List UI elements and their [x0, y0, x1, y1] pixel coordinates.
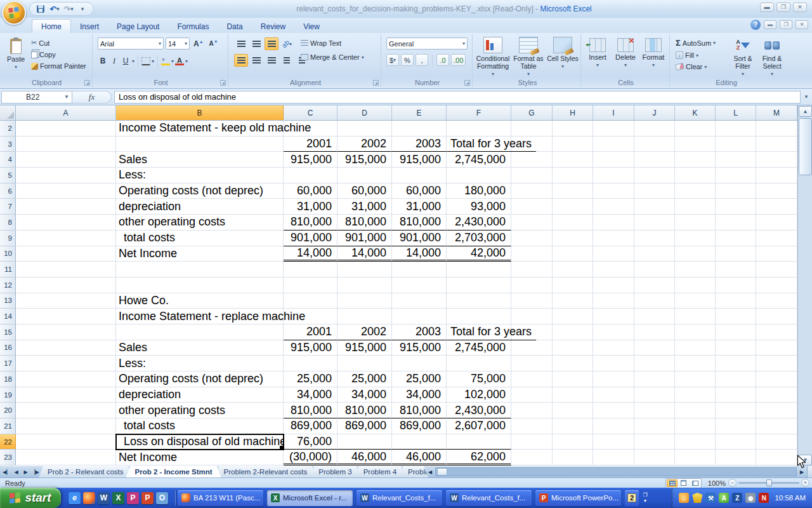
- cell-styles-button[interactable]: Cell Styles▾: [546, 37, 580, 69]
- cell-L6[interactable]: [716, 184, 756, 199]
- format-painter-button[interactable]: Format Painter: [29, 62, 88, 70]
- cell-L12[interactable]: [716, 277, 756, 293]
- cell-F7[interactable]: 93,000: [447, 199, 511, 215]
- cell-C22[interactable]: 76,000: [284, 434, 337, 450]
- cell-H2[interactable]: [553, 121, 593, 137]
- cell-D16[interactable]: 915,000: [337, 340, 392, 356]
- cell-J14[interactable]: [634, 309, 675, 324]
- cell-A19[interactable]: [16, 387, 116, 403]
- cell-H20[interactable]: [553, 403, 593, 418]
- cell-J23[interactable]: [634, 450, 675, 465]
- cell-F10[interactable]: 42,000: [447, 246, 511, 262]
- cell-J19[interactable]: [634, 387, 675, 403]
- cell-B14[interactable]: Income Statement - replace machine: [116, 309, 284, 324]
- cell-D9[interactable]: 901,000: [337, 231, 392, 246]
- cell-F8[interactable]: 2,430,000: [447, 215, 511, 231]
- cell-D18[interactable]: 25,000: [337, 371, 392, 387]
- cell-D3[interactable]: 2002: [337, 137, 392, 152]
- cell-J4[interactable]: [634, 152, 675, 168]
- cell-G18[interactable]: [511, 371, 553, 387]
- cell-B2[interactable]: Income Statement - keep old machine: [116, 121, 284, 137]
- fill-color-dropdown[interactable]: ▾: [171, 58, 174, 64]
- cell-I13[interactable]: [593, 293, 634, 309]
- cell-A15[interactable]: [16, 324, 116, 340]
- row-header-13[interactable]: 13: [0, 293, 16, 309]
- grow-font-button[interactable]: A▲: [192, 39, 206, 48]
- cell-H4[interactable]: [553, 152, 593, 168]
- sheet-tab-prob-2-relevant-costs[interactable]: Prob 2 - Relevant costs: [39, 466, 133, 478]
- bold-button[interactable]: B: [98, 57, 108, 65]
- cell-I8[interactable]: [593, 215, 634, 231]
- cell-K11[interactable]: [675, 262, 716, 277]
- cell-G11[interactable]: [511, 262, 553, 277]
- previous-sheet-button[interactable]: ◀: [12, 469, 20, 475]
- ribbon-tab-review[interactable]: Review: [252, 20, 294, 33]
- cell-I21[interactable]: [593, 418, 634, 434]
- sheet-tab-problem-4[interactable]: Problem 4: [355, 466, 405, 478]
- cell-I5[interactable]: [593, 168, 634, 184]
- cell-D23[interactable]: 46,000: [337, 450, 392, 465]
- cell-I9[interactable]: [593, 231, 634, 246]
- cell-H10[interactable]: [553, 246, 593, 262]
- cell-M3[interactable]: [756, 137, 797, 152]
- insert-function-button[interactable]: fx: [72, 91, 112, 104]
- col-header-J[interactable]: J: [634, 105, 675, 120]
- cell-C19[interactable]: 34,000: [284, 387, 337, 403]
- orientation-button[interactable]: ab▾: [280, 37, 294, 50]
- cell-D10[interactable]: 14,000: [337, 246, 392, 262]
- cell-J3[interactable]: [634, 137, 675, 152]
- sheet-tab-problem-2-relevant-costs[interactable]: Problem 2-Relevant costs: [215, 466, 317, 478]
- redo-button[interactable]: ↷▾: [63, 4, 74, 14]
- cell-A6[interactable]: [16, 184, 116, 199]
- cell-I20[interactable]: [593, 403, 634, 418]
- cell-A5[interactable]: [16, 168, 116, 184]
- cell-I3[interactable]: [593, 137, 634, 152]
- cell-F12[interactable]: [447, 277, 511, 293]
- align-center-button[interactable]: [249, 54, 263, 67]
- cell-E12[interactable]: [392, 277, 447, 293]
- cell-L5[interactable]: [716, 168, 756, 184]
- taskbar-window-4[interactable]: WRelevant_Costs_f...: [446, 490, 532, 506]
- cell-C16[interactable]: 915,000: [284, 340, 337, 356]
- grouped-windows-button[interactable]: 2: [625, 490, 639, 506]
- cell-L21[interactable]: [716, 418, 756, 434]
- start-button[interactable]: start: [0, 488, 61, 508]
- cell-J12[interactable]: [634, 277, 675, 293]
- workbook-close-button[interactable]: ✕: [796, 20, 808, 29]
- cell-G14[interactable]: [511, 309, 553, 324]
- cell-K14[interactable]: [675, 309, 716, 324]
- cell-B10[interactable]: Net Income: [116, 246, 284, 262]
- cell-F5[interactable]: [447, 168, 511, 184]
- underline-button[interactable]: U: [121, 57, 131, 65]
- ribbon-tab-view[interactable]: View: [294, 20, 329, 33]
- cell-K13[interactable]: [675, 293, 716, 309]
- outlook-icon[interactable]: O: [156, 492, 168, 504]
- sort-filter-button[interactable]: AZ Sort & Filter▾: [730, 37, 756, 77]
- cell-G6[interactable]: [511, 184, 553, 199]
- row-header-5[interactable]: 5: [0, 168, 16, 184]
- cell-E22[interactable]: [392, 434, 447, 450]
- cell-L19[interactable]: [716, 387, 756, 403]
- font-color-icon[interactable]: A: [175, 57, 184, 65]
- cell-E4[interactable]: 915,000: [392, 152, 447, 168]
- cell-M8[interactable]: [756, 215, 797, 231]
- show-hidden-icons-button[interactable]: ❐▾: [640, 490, 650, 506]
- next-sheet-button[interactable]: ▶: [22, 469, 30, 475]
- excel-icon[interactable]: X: [112, 492, 124, 504]
- cell-M14[interactable]: [756, 309, 797, 324]
- cell-L9[interactable]: [716, 231, 756, 246]
- cell-A18[interactable]: [16, 371, 116, 387]
- undo-button[interactable]: ↶▾: [49, 4, 60, 14]
- cell-L11[interactable]: [716, 262, 756, 277]
- borders-dropdown[interactable]: ▾: [152, 58, 154, 64]
- cell-D8[interactable]: 810,000: [337, 215, 392, 231]
- cell-K2[interactable]: [675, 121, 716, 137]
- row-header-23[interactable]: 23: [0, 450, 16, 465]
- cell-B3[interactable]: [116, 137, 284, 152]
- row-header-11[interactable]: 11: [0, 262, 16, 277]
- cell-K19[interactable]: [675, 387, 716, 403]
- cell-B15[interactable]: [116, 324, 284, 340]
- cell-J8[interactable]: [634, 215, 675, 231]
- cell-E19[interactable]: 34,000: [392, 387, 447, 403]
- cell-G10[interactable]: [511, 246, 553, 262]
